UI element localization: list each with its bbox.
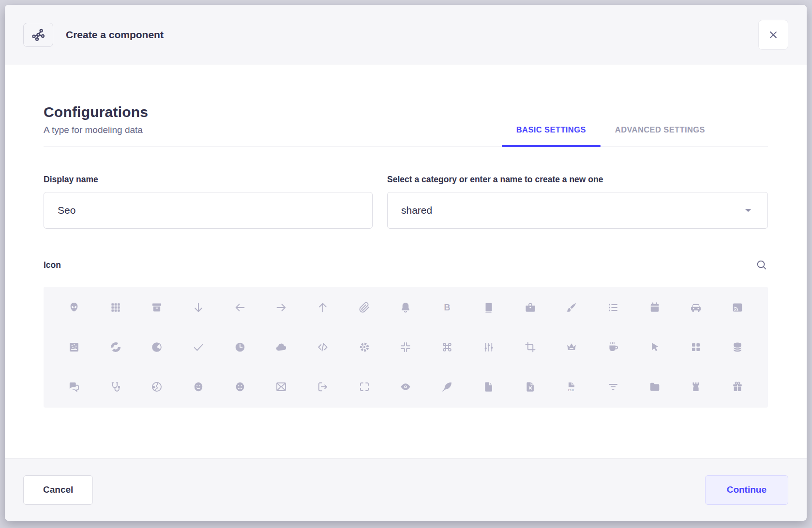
bullet-list-icon[interactable]	[592, 288, 634, 327]
chart-pie-icon[interactable]	[136, 327, 178, 367]
brush-icon[interactable]	[551, 288, 592, 327]
close-button[interactable]	[758, 20, 788, 50]
display-name-label: Display name	[44, 175, 373, 185]
page-title: Configurations	[44, 104, 148, 120]
calendar-icon[interactable]	[634, 288, 676, 327]
emotion-happy-icon[interactable]	[178, 367, 219, 407]
cog-icon[interactable]	[344, 327, 385, 367]
cast-icon[interactable]	[717, 288, 758, 327]
icon-grid: BPDF	[44, 287, 768, 408]
briefcase-icon[interactable]	[510, 288, 551, 327]
exit-icon[interactable]	[302, 367, 344, 407]
category-group: Select a category or enter a name to cre…	[387, 175, 768, 229]
icon-label: Icon	[44, 260, 61, 270]
page-subtitle: A type for modeling data	[44, 125, 148, 135]
earth-icon[interactable]	[136, 367, 178, 407]
continue-button[interactable]: Continue	[705, 475, 788, 505]
display-name-group: Display name	[44, 175, 373, 229]
cloud-icon[interactable]	[261, 327, 302, 367]
tab-basic-settings[interactable]: BASIC SETTINGS	[502, 125, 601, 146]
tab-advanced-settings[interactable]: ADVANCED SETTINGS	[601, 125, 720, 146]
collapse-icon[interactable]	[385, 327, 427, 367]
command-icon[interactable]	[426, 327, 468, 367]
icon-grid-row: B	[53, 288, 758, 327]
cursor-icon[interactable]	[634, 327, 676, 367]
category-select[interactable]: shared	[387, 192, 768, 229]
svg-text:PDF: PDF	[568, 388, 575, 392]
modal-footer: Cancel Continue	[5, 458, 807, 521]
form-grid: Display name Select a category or enter …	[44, 175, 768, 229]
svg-text:B: B	[444, 303, 451, 312]
gate-icon[interactable]	[676, 367, 717, 407]
attachment-icon[interactable]	[344, 288, 385, 327]
crop-icon[interactable]	[510, 327, 551, 367]
check-icon[interactable]	[178, 327, 219, 367]
search-icon-button[interactable]	[755, 259, 768, 271]
chevron-down-icon	[742, 205, 754, 216]
file-error-icon[interactable]	[510, 367, 551, 407]
filter-icon[interactable]	[592, 367, 634, 407]
section-head: Configurations A type for modeling data …	[44, 104, 768, 147]
code-icon[interactable]	[302, 327, 344, 367]
chart-circle-icon[interactable]	[95, 327, 136, 367]
file-icon[interactable]	[468, 367, 510, 407]
discuss-icon[interactable]	[53, 367, 95, 407]
modal-title: Create a component	[66, 29, 164, 41]
component-icon	[23, 23, 53, 47]
file-pdf-icon[interactable]: PDF	[551, 367, 592, 407]
alien-icon[interactable]	[53, 288, 95, 327]
bold-icon[interactable]: B	[426, 288, 468, 327]
icon-grid-row	[53, 327, 758, 367]
arrow-left-icon[interactable]	[219, 288, 261, 327]
archive-icon[interactable]	[136, 288, 178, 327]
search-icon	[755, 259, 768, 271]
folder-icon[interactable]	[634, 367, 676, 407]
category-label: Select a category or enter a name to cre…	[387, 175, 768, 185]
emotion-unhappy-icon[interactable]	[219, 367, 261, 407]
arrow-right-icon[interactable]	[261, 288, 302, 327]
icon-grid-row: PDF	[53, 367, 758, 407]
chart-bubble-icon[interactable]	[53, 327, 95, 367]
tabs: BASIC SETTINGSADVANCED SETTINGS	[502, 125, 720, 146]
icon-picker-head: Icon	[44, 259, 768, 271]
expand-icon[interactable]	[344, 367, 385, 407]
cancel-button[interactable]: Cancel	[23, 475, 93, 505]
create-component-modal: Create a component Configurations A type…	[5, 5, 807, 521]
gift-icon[interactable]	[717, 367, 758, 407]
book-icon[interactable]	[468, 288, 510, 327]
section-heading: Configurations A type for modeling data	[44, 104, 148, 146]
cup-icon[interactable]	[592, 327, 634, 367]
close-icon	[767, 29, 779, 41]
clock-icon[interactable]	[219, 327, 261, 367]
feather-icon[interactable]	[426, 367, 468, 407]
dashboard-icon[interactable]	[676, 327, 717, 367]
crown-icon[interactable]	[551, 327, 592, 367]
display-name-input[interactable]	[44, 192, 373, 229]
doctor-icon[interactable]	[95, 367, 136, 407]
category-value: shared	[401, 205, 432, 216]
arrow-down-icon[interactable]	[178, 288, 219, 327]
envelop-icon[interactable]	[261, 367, 302, 407]
car-icon[interactable]	[676, 288, 717, 327]
bell-icon[interactable]	[385, 288, 427, 327]
connector-icon[interactable]	[468, 327, 510, 367]
database-icon[interactable]	[717, 327, 758, 367]
modal-body: Configurations A type for modeling data …	[5, 65, 807, 458]
modal-header: Create a component	[5, 5, 807, 65]
apps-icon[interactable]	[95, 288, 136, 327]
arrow-up-icon[interactable]	[302, 288, 344, 327]
eye-icon[interactable]	[385, 367, 427, 407]
